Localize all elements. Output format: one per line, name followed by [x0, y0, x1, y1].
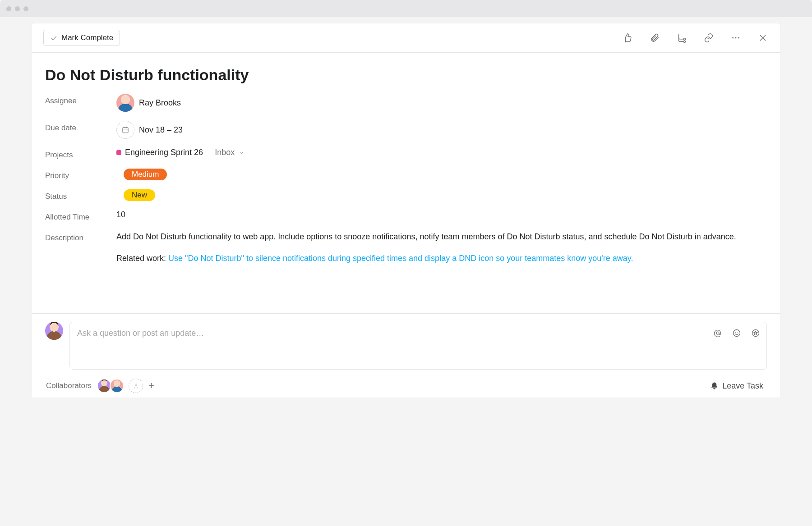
field-allotted-time: Allotted Time 10 — [45, 210, 767, 222]
task-detail-panel: Mark Complete — [32, 23, 780, 398]
copy-link-button[interactable] — [703, 32, 715, 44]
traffic-light-close-icon[interactable] — [6, 6, 11, 11]
due-date-value[interactable]: Nov 18 – 23 — [116, 121, 767, 139]
link-icon — [704, 33, 714, 43]
svg-point-3 — [735, 37, 737, 39]
paperclip-icon — [650, 33, 660, 43]
attachment-button[interactable] — [649, 32, 660, 44]
add-collaborator-button[interactable]: + — [148, 380, 155, 392]
close-icon — [758, 33, 768, 43]
field-assignee: Assignee Ray Brooks — [45, 94, 767, 112]
add-collaborator-placeholder[interactable] — [129, 379, 143, 393]
comment-area: Ask a question or post an update… — [32, 313, 780, 398]
field-due-date: Due date Nov 18 – 23 — [45, 121, 767, 139]
project-color-dot — [116, 150, 121, 155]
more-horizontal-icon — [731, 33, 741, 43]
more-button[interactable] — [730, 32, 742, 44]
priority-label: Priority — [45, 169, 116, 180]
leave-task-label: Leave Task — [722, 381, 763, 391]
assignee-label: Assignee — [45, 94, 116, 105]
star-badge-icon — [751, 329, 760, 338]
check-icon — [50, 34, 58, 42]
close-button[interactable] — [757, 32, 769, 44]
collaborator-avatars — [99, 379, 124, 393]
project-section-selector[interactable]: Inbox — [215, 148, 245, 157]
priority-pill[interactable]: Medium — [124, 169, 167, 180]
svg-point-9 — [738, 332, 738, 333]
task-title[interactable]: Do Not Disturb functionality — [45, 66, 767, 84]
like-button[interactable] — [622, 32, 633, 44]
field-description: Description Add Do Not Disturb functiona… — [45, 231, 767, 265]
task-toolbar: Mark Complete — [32, 23, 780, 53]
collaborators-row: Collaborators + Leave Task — [45, 379, 767, 393]
person-icon — [133, 383, 139, 389]
svg-point-1 — [683, 41, 685, 42]
status-pill[interactable]: New — [124, 189, 155, 201]
assignee-avatar — [116, 94, 134, 112]
projects-value: Engineering Sprint 26 Inbox — [116, 148, 767, 157]
svg-point-4 — [738, 37, 739, 39]
project-name: Engineering Sprint 26 — [125, 148, 203, 157]
allotted-time-label: Allotted Time — [45, 210, 116, 222]
project-section-name: Inbox — [215, 148, 235, 157]
leave-task-button[interactable]: Leave Task — [707, 381, 766, 391]
window-chrome — [0, 0, 812, 17]
mention-button[interactable] — [712, 328, 723, 338]
description-value[interactable]: Add Do Not Disturb functionality to web … — [116, 231, 767, 265]
calendar-icon-wrap — [116, 121, 134, 139]
calendar-icon — [121, 126, 129, 134]
description-label: Description — [45, 231, 116, 242]
projects-label: Projects — [45, 148, 116, 160]
assignee-name: Ray Brooks — [139, 98, 181, 108]
smile-icon — [732, 329, 741, 338]
due-date-label: Due date — [45, 121, 116, 133]
comment-input[interactable]: Ask a question or post an update… — [69, 322, 767, 370]
svg-point-11 — [135, 384, 137, 385]
project-token[interactable]: Engineering Sprint 26 — [116, 148, 203, 157]
assignee-value[interactable]: Ray Brooks — [116, 94, 767, 112]
emoji-button[interactable] — [731, 328, 742, 338]
mark-complete-label: Mark Complete — [61, 33, 113, 42]
field-status: Status New — [45, 189, 767, 201]
bell-icon — [710, 382, 719, 390]
due-date-text: Nov 18 – 23 — [139, 125, 183, 135]
svg-point-6 — [716, 332, 719, 334]
svg-point-2 — [732, 37, 734, 39]
task-body: Do Not Disturb functionality Assignee Ra… — [32, 53, 780, 313]
svg-rect-5 — [123, 128, 128, 133]
collaborator-avatar-2[interactable] — [110, 379, 124, 393]
current-user-avatar — [45, 322, 63, 340]
related-work-link[interactable]: Use "Do Not Disturb" to silence notifica… — [168, 254, 633, 263]
allotted-time-value[interactable]: 10 — [116, 210, 125, 220]
collaborators-label: Collaborators — [46, 381, 92, 390]
at-icon — [713, 329, 722, 338]
field-priority: Priority Medium — [45, 169, 767, 180]
toolbar-actions — [622, 32, 769, 44]
subtask-icon — [677, 33, 687, 43]
mark-complete-button[interactable]: Mark Complete — [43, 30, 120, 46]
chevron-down-icon — [238, 150, 245, 156]
description-text: Add Do Not Disturb functionality to web … — [116, 231, 767, 243]
thumbs-up-icon — [623, 33, 632, 43]
status-label: Status — [45, 189, 116, 201]
traffic-light-max-icon[interactable] — [23, 6, 28, 11]
traffic-light-min-icon[interactable] — [15, 6, 20, 11]
comment-placeholder: Ask a question or post an update… — [77, 329, 204, 338]
comment-inline-actions — [712, 328, 761, 338]
related-work-line: Related work: Use "Do Not Disturb" to si… — [116, 252, 767, 265]
collaborators-left: Collaborators + — [46, 379, 155, 393]
svg-point-0 — [683, 38, 685, 40]
svg-point-8 — [735, 332, 736, 333]
appreciate-button[interactable] — [750, 328, 761, 338]
svg-point-10 — [752, 330, 759, 337]
field-projects: Projects Engineering Sprint 26 Inbox — [45, 148, 767, 160]
related-prefix: Related work: — [116, 254, 168, 263]
svg-point-7 — [734, 330, 740, 337]
subtask-button[interactable] — [676, 32, 687, 44]
